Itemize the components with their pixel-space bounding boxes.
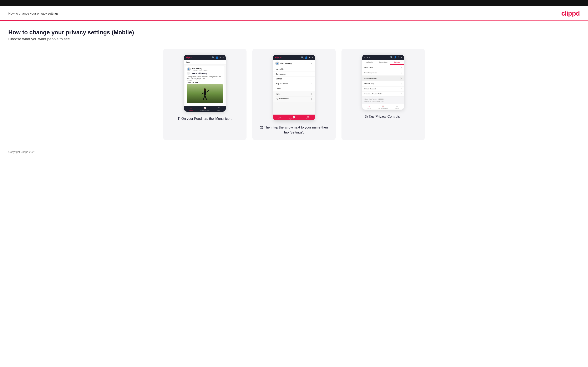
user-icon-1: 👤 — [216, 56, 218, 59]
phone-icons-3: 🔍 👤 ⚙ ▾ — [390, 56, 402, 58]
settings-version: Clippd Client Version: 2022.8.3-3SQL Ser… — [362, 96, 404, 104]
svg-rect-1 — [204, 91, 206, 95]
menu-item-connections: Connections — [273, 72, 315, 76]
svg-point-0 — [204, 88, 206, 91]
settings-item-privacycontrols[interactable]: Privacy Controls ❯ — [362, 76, 404, 81]
search-icon-1: 🔍 — [212, 56, 215, 59]
chevron-myaccount: ❯ — [400, 66, 402, 69]
phone-bottom-nav-1: ⌂ Home 📈 My Performance ☰ Menu — [184, 106, 226, 112]
performance-label-2: My Performance — [289, 118, 299, 120]
settings-icon-2: ⚙ — [309, 56, 311, 59]
menu-collapse-icon: ▲ — [311, 62, 313, 65]
home-label-2: Home — [278, 118, 282, 120]
step-3-caption: 3) Tap 'Privacy Controls'. — [365, 114, 401, 119]
duration-value: 01 hr : 30 min — [187, 82, 223, 83]
phone-logo-1: clippd — [186, 56, 192, 59]
step-1-card: clippd 🔍 👤 ⚙ ▾ Feed 👤 — [163, 49, 247, 140]
settings-item-myaccount-label: My Account — [364, 67, 373, 68]
nav-home-2: ⌂ Home — [273, 116, 287, 120]
settings-tabs: My Profile Connections Settings — [362, 60, 404, 65]
menu-user-left: 👤 Blair McHarg — [275, 62, 292, 65]
post-icon-row: Lesson with Fordy — [187, 72, 223, 75]
tab-settings[interactable]: Settings — [390, 60, 404, 65]
performance-icon-2: 📈 — [293, 116, 295, 118]
main-content: How to change your privacy settings (Mob… — [0, 21, 588, 146]
phone-mockup-2: clippd 🔍 👤 ⚙ ▾ 👤 Blair McHarg — [273, 55, 315, 120]
bg-feed-blur — [273, 102, 315, 115]
phone-bottom-nav-3: ⌂ Home 📈 My Performance ☰ Menu — [362, 104, 404, 109]
tab-settings-label: Settings — [394, 61, 400, 63]
feed-tab: Feed — [184, 60, 226, 65]
nav-home-3: ⌂ Home — [362, 105, 376, 109]
settings-list: My Account ❯ Data Integrations ❯ Privacy… — [362, 65, 404, 96]
nav-performance-3: 📈 My Performance — [376, 105, 390, 109]
performance-label-3: My Performance — [379, 108, 388, 109]
menu-item-myprofile: My Profile — [273, 67, 315, 72]
home-label-3: Home — [367, 108, 371, 109]
post-date: Yesterday · Sunningdale — [192, 69, 208, 71]
post-meta: Blair McHarg Yesterday · Sunningdale — [192, 67, 208, 71]
nav-menu-3: ☰ Menu — [390, 105, 404, 109]
feed-post-header: 👤 Blair McHarg Yesterday · Sunningdale — [187, 67, 223, 71]
chevron-performance: ❯ — [311, 98, 312, 100]
phone-mockup-1: clippd 🔍 👤 ⚙ ▾ Feed 👤 — [184, 55, 226, 112]
settings-item-privacycontrols-label: Privacy Controls — [364, 77, 376, 79]
menu-drawer: 👤 Blair McHarg ▲ My Profile Connections … — [273, 60, 315, 115]
menu-item-logout-label: Logout — [276, 87, 281, 89]
copyright: Copyright Clippd 2022 — [8, 150, 35, 153]
post-icon-circle — [187, 72, 190, 75]
header-page-title: How to change your privacy settings — [8, 12, 59, 15]
menu-item-settings-label: Settings — [276, 78, 282, 80]
phone-logo-2: clippd — [275, 56, 281, 59]
settings-item-helpsupport-label: Help & Support — [364, 88, 376, 90]
nav-performance-1: 📈 My Performance — [198, 107, 212, 111]
search-icon-2: 🔍 — [301, 56, 303, 59]
tab-myprofile[interactable]: My Profile — [362, 60, 376, 65]
search-icon-3: 🔍 — [390, 56, 393, 58]
menu-section-performance-label: My Performance — [276, 98, 289, 100]
menu-label-2: Menu — [306, 118, 309, 120]
performance-label-1: My Performance — [200, 109, 209, 111]
svg-line-3 — [205, 95, 207, 100]
step-2-caption: 2) Then, tap the arrow next to your name… — [258, 125, 330, 135]
settings-item-myaccount[interactable]: My Account ❯ — [362, 65, 404, 70]
menu-user-row: 👤 Blair McHarg ▲ — [273, 60, 315, 67]
post-author: Blair McHarg — [192, 67, 208, 69]
caret-icon-3: ▾ — [401, 56, 402, 58]
menu-item-helpsupport: Help & Support — [273, 81, 315, 86]
performance-icon-1: 📈 — [204, 107, 206, 109]
tab-connections[interactable]: Connections — [376, 60, 390, 65]
chevron-home: ❯ — [311, 93, 312, 95]
caret-icon-1: ▾ — [223, 56, 224, 59]
menu-section: Home ❯ My Performance ❯ — [273, 91, 315, 102]
home-icon-2: ⌂ — [279, 116, 281, 118]
tab-myprofile-label: My Profile — [366, 61, 373, 63]
menu-item-connections-label: Connections — [276, 73, 285, 75]
post-text: Looking to feel like my hands are exitin… — [187, 76, 223, 79]
user-icon-2: 👤 — [305, 56, 307, 59]
caret-icon-2: ▾ — [312, 56, 313, 59]
settings-item-mygolfbag-label: My Golf Bag — [364, 83, 373, 85]
menu-item-settings: Settings — [273, 76, 315, 81]
header: How to change your privacy settings clip… — [0, 6, 588, 20]
step-1-caption: 1) On your Feed, tap the 'Menu' icon. — [177, 116, 232, 121]
settings-item-serviceprivacy-label: Service & Privacy Policy — [364, 93, 382, 95]
menu-section-performance: My Performance ❯ — [275, 96, 313, 101]
logo: clippd — [561, 9, 580, 17]
settings-icon-3: ⚙ — [398, 56, 399, 58]
menu-label-3: Menu — [395, 108, 398, 109]
settings-item-serviceprivacy[interactable]: Service & Privacy Policy — [362, 92, 404, 96]
settings-screen: My Account ❯ Data Integrations ❯ Privacy… — [362, 65, 404, 104]
nav-performance-2: 📈 My Performance — [287, 116, 301, 120]
settings-item-helpsupport[interactable]: Help & Support — [362, 86, 404, 92]
post-avatar: 👤 — [187, 67, 191, 71]
settings-item-mygolfbag[interactable]: My Golf Bag ❯ — [362, 81, 404, 86]
back-button: < Back — [364, 56, 370, 58]
phone-mockup-3: < Back 🔍 👤 ⚙ ▾ My Profile Connections — [362, 55, 404, 109]
menu-icon-1: ☰ — [218, 107, 220, 109]
home-label-1: Home — [189, 109, 193, 111]
feed-golf-image — [187, 84, 223, 103]
page-subheading: Choose what you want people to see — [8, 37, 580, 41]
settings-item-dataintegrations[interactable]: Data Integrations ❯ — [362, 70, 404, 76]
chevron-mygolfbag: ❯ — [400, 83, 402, 85]
